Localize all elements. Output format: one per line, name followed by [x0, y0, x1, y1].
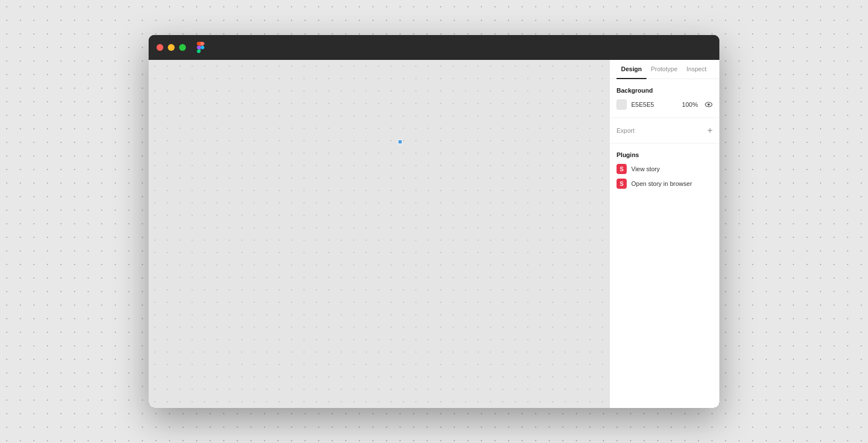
maximize-button[interactable] [179, 44, 186, 51]
color-opacity: 100% [682, 101, 698, 108]
color-hex[interactable]: E5E5E5 [631, 101, 678, 108]
plugins-title: Plugins [617, 151, 713, 158]
svg-point-26 [708, 103, 710, 106]
plugin-open-story[interactable]: S Open story in browser [617, 179, 713, 189]
tab-inspect[interactable]: Inspect [682, 60, 711, 79]
titlebar [149, 35, 719, 60]
background-section: Background E5E5E5 100% [610, 79, 719, 118]
plugin-view-story[interactable]: S View story [617, 164, 713, 174]
panel-tabs: Design Prototype Inspect [610, 60, 719, 79]
canvas[interactable]: Average nightly price: $54 [149, 60, 609, 408]
right-panel: Design Prototype Inspect Background E5E5… [609, 60, 719, 408]
app-window: Average nightly price: $54 [149, 35, 719, 408]
figma-logo [195, 42, 206, 53]
color-swatch[interactable] [617, 99, 627, 110]
eye-icon[interactable] [705, 99, 713, 110]
export-section: Export + [610, 118, 719, 144]
main-area: Average nightly price: $54 [149, 60, 719, 408]
plugins-section: Plugins S View story S Open story in bro… [610, 144, 719, 201]
export-row: Export + [617, 126, 713, 135]
window-controls [157, 44, 186, 51]
plugin-icon-2: S [617, 179, 627, 189]
export-label: Export [617, 127, 635, 134]
background-row: E5E5E5 100% [617, 99, 713, 110]
tab-prototype[interactable]: Prototype [646, 60, 682, 79]
plugin-label-1: View story [631, 166, 660, 172]
add-export-icon[interactable]: + [708, 126, 713, 135]
background-title: Background [617, 87, 713, 94]
handle-br[interactable] [398, 140, 402, 144]
tab-design[interactable]: Design [617, 60, 646, 79]
plugin-label-2: Open story in browser [631, 180, 692, 187]
minimize-button[interactable] [168, 44, 175, 51]
plugin-icon-1: S [617, 164, 627, 174]
close-button[interactable] [157, 44, 163, 51]
